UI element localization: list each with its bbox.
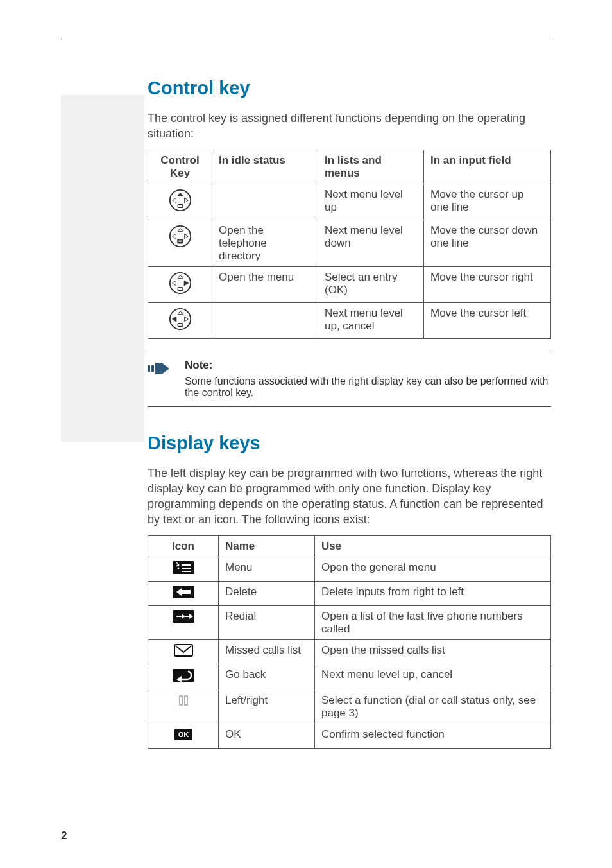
note-arrow-icon [148,361,172,379]
col-icon: Icon [148,535,219,557]
cell: Delete inputs from right to left [315,581,551,605]
cell: Left/right [219,690,315,724]
col-control-key: Control Key [148,150,212,184]
col-idle: In idle status [212,150,318,184]
page-number: 2 [61,829,67,842]
note-label: Note: [185,359,551,372]
control-key-table: Control Key In idle status In lists and … [148,150,551,339]
sidebar-shade [61,95,144,442]
cell: Go back [219,664,315,690]
note-body: Some functions associated with the right… [185,376,548,398]
svg-rect-20 [178,323,183,326]
cell: Select a function (dial or call status o… [315,690,551,724]
svg-rect-40 [180,696,182,705]
cell: Move the cursor up one line [424,184,551,220]
svg-point-27 [177,567,179,569]
cell: Next menu level up, cancel [318,302,424,338]
cell: Redial [219,605,315,639]
cell: Delete [219,581,315,605]
cell: Next menu level up, cancel [315,664,551,690]
table-row: Open the telephone directory Next menu l… [148,220,551,266]
col-input: In an input field [424,150,551,184]
table-row: Next menu level up Move the cursor up on… [148,184,551,220]
svg-text:OK: OK [178,731,189,738]
svg-rect-4 [178,204,183,207]
cell: Confirm selected function [315,724,551,748]
svg-marker-6 [178,228,183,231]
control-key-left-icon [148,302,212,338]
cell: Open a list of the last five phone numbe… [315,605,551,639]
table-header-row: Control Key In idle status In lists and … [148,150,551,184]
control-key-right-icon [148,266,212,302]
table-row: Menu Open the general menu [148,557,551,581]
svg-marker-1 [177,192,183,196]
ok-icon: OK [148,724,219,748]
col-lists: In lists and menus [318,150,424,184]
table-header-row: Icon Name Use [148,535,551,557]
control-key-up-icon [148,184,212,220]
heading-control-key: Control key [148,78,551,99]
delete-icon [148,581,219,605]
cell: Next menu level up [318,184,424,220]
table-row: Delete Delete inputs from right to left [148,581,551,605]
cell: OK [219,724,315,748]
control-key-down-icon [148,220,212,266]
cell: Missed calls list [219,639,315,664]
display-keys-table: Icon Name Use Menu Open the general menu… [148,535,551,749]
table-row: Next menu level up, cancel Move the curs… [148,302,551,338]
top-rule [61,39,551,39]
table-row: Go back Next menu level up, cancel [148,664,551,690]
svg-marker-23 [155,363,169,374]
cell: Open the telephone directory [212,220,318,266]
svg-rect-15 [178,287,183,290]
svg-marker-14 [183,280,189,286]
note-text: Note: Some functions associated with the… [185,359,551,399]
svg-marker-12 [178,275,183,278]
svg-rect-29 [182,571,191,572]
intro-display-keys: The left display key can be programmed w… [148,465,551,528]
svg-rect-22 [151,365,154,372]
svg-marker-3 [184,198,188,203]
cell: Move the cursor left [424,302,551,338]
redial-icon [148,605,219,639]
heading-display-keys: Display keys [148,433,551,454]
cell: Move the cursor down one line [424,220,551,266]
col-use: Use [315,535,551,557]
table-row: Redial Open a list of the last five phon… [148,605,551,639]
svg-marker-7 [172,234,176,239]
cell: Open the general menu [315,557,551,581]
cell [212,184,318,220]
svg-marker-19 [184,317,188,322]
svg-rect-21 [148,365,150,372]
svg-marker-17 [178,311,183,314]
svg-rect-41 [185,696,187,705]
table-row: Missed calls list Open the missed calls … [148,639,551,664]
svg-marker-13 [172,281,176,286]
svg-rect-28 [182,568,191,569]
go-back-icon [148,664,219,690]
svg-marker-18 [171,316,176,322]
left-right-icon [148,690,219,724]
svg-marker-2 [172,198,176,203]
table-row: Left/right Select a function (dial or ca… [148,690,551,724]
cell: Move the cursor right [424,266,551,302]
svg-marker-8 [184,234,188,239]
cell: Select an entry (OK) [318,266,424,302]
missed-calls-icon [148,639,219,664]
table-row: Open the menu Select an entry (OK) Move … [148,266,551,302]
table-row: OK OK Confirm selected function [148,724,551,748]
svg-rect-26 [182,564,191,566]
cell: Open the missed calls list [315,639,551,664]
cell: Next menu level down [318,220,424,266]
svg-rect-10 [178,240,182,241]
cell: Menu [219,557,315,581]
note-block: Note: Some functions associated with the… [148,352,551,407]
menu-icon [148,557,219,581]
col-name: Name [219,535,315,557]
cell [212,302,318,338]
cell: Open the menu [212,266,318,302]
intro-control-key: The control key is assigned different fu… [148,110,551,142]
